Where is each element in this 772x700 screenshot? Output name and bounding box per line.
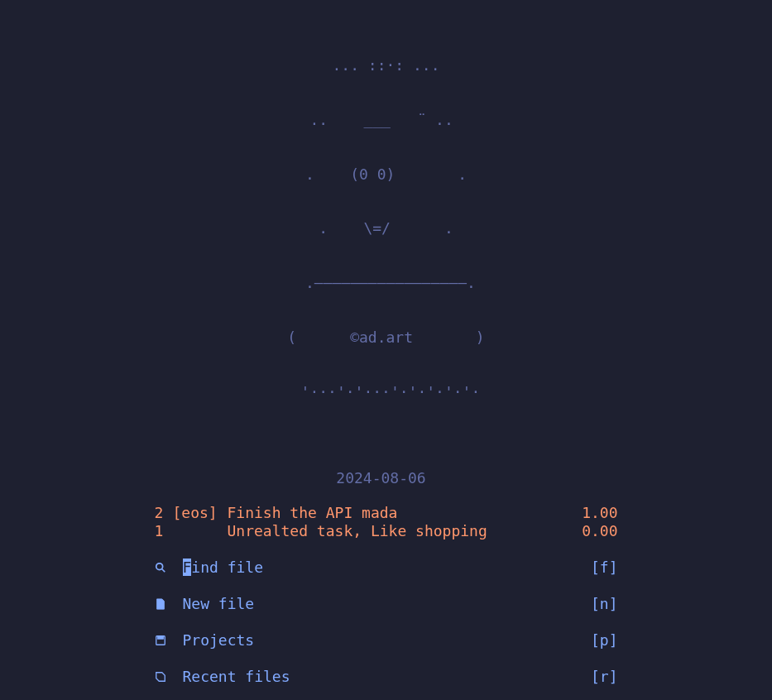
menu-shortcut: [n] [591,595,618,613]
date-label: 2024-08-06 [0,469,772,487]
task-description: Unrealted task, Like shopping [228,522,583,540]
menu-label: Projects [183,631,591,650]
task-row: 1 Unrealted task, Like shopping 0.00 [155,522,618,540]
task-description: Finish the API mada [228,504,583,522]
menu-shortcut: [r] [591,668,618,686]
menu-new-file[interactable]: New file [n] [155,595,618,613]
menu-label: Find file [183,559,591,577]
task-tag: [eos] [173,504,228,522]
svg-line-1 [161,569,165,573]
menu-shortcut: [f] [591,559,618,577]
menu-find-file[interactable]: Find file [f] [155,559,618,577]
task-row: 2 [eos] Finish the API mada 1.00 [155,504,618,522]
search-icon [155,562,183,573]
task-score: 1.00 [582,504,617,522]
task-number: 1 [155,522,173,540]
file-icon [155,598,183,610]
task-number: 2 [155,504,173,522]
dashboard-menu: Find file [f] New file [n] Projects [p] [155,559,618,700]
menu-projects[interactable]: Projects [p] [155,631,618,650]
menu-label: Recent files [183,668,591,686]
menu-recent-files[interactable]: Recent files [r] [155,668,618,686]
ascii-logo: ... ::·: ... .. ___ ¨ .. . (0 0) . . \=/… [0,20,772,438]
recent-icon [155,671,183,683]
save-icon [155,635,183,646]
svg-rect-3 [157,635,163,639]
menu-label: New file [183,595,591,613]
task-list: 2 [eos] Finish the API mada 1.00 1 Unrea… [155,504,618,540]
task-tag [173,522,228,540]
task-score: 0.00 [582,522,617,540]
menu-shortcut: [p] [591,631,618,650]
svg-point-0 [156,563,162,570]
